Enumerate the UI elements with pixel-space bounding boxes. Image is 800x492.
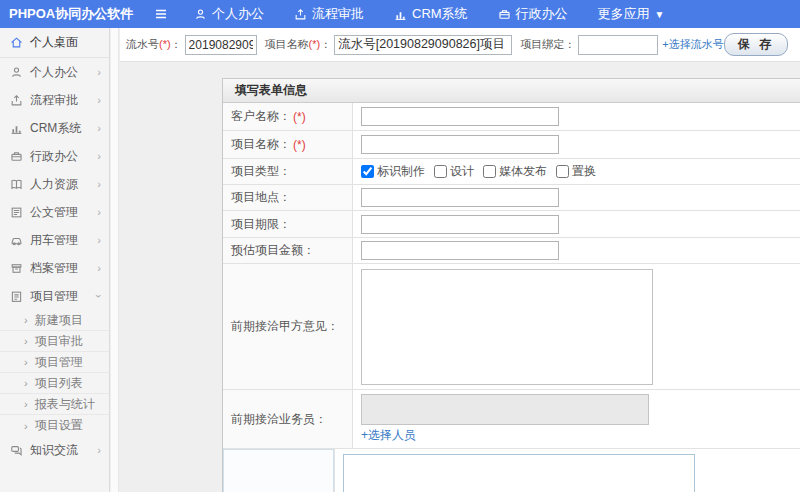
project-location-input[interactable] xyxy=(361,188,559,207)
sidebar-item-admin-office[interactable]: 行政办公 › xyxy=(0,142,109,170)
project-bind-input[interactable] xyxy=(578,35,658,55)
project-name-label: 项目名称(*)： xyxy=(265,37,332,52)
estimated-amount-label: 预估项目金额： xyxy=(223,238,353,263)
nav-label: 流程审批 xyxy=(312,5,364,23)
checkbox-label: 设计 xyxy=(450,163,474,180)
salesman-label: 前期接洽业务员： xyxy=(223,390,353,448)
sidebar-item-document-management[interactable]: 公文管理 › xyxy=(0,198,109,226)
sidebar-subitem-project-list[interactable]: › 项目列表 xyxy=(0,373,109,394)
sidebar-subitem-project-approval[interactable]: › 项目审批 xyxy=(0,331,109,352)
upload-icon xyxy=(10,94,23,107)
project-duration-input[interactable] xyxy=(361,215,559,234)
briefcase-icon xyxy=(498,8,511,21)
chevron-right-icon: › xyxy=(97,94,101,106)
form-row-project-name: 项目名称：(*) xyxy=(223,131,800,159)
partial-row-label-cell xyxy=(223,449,335,492)
project-bind-label: 项目绑定： xyxy=(520,37,575,52)
sidebar-item-crm-system[interactable]: CRM系统 › xyxy=(0,114,109,142)
sidebar-scrollbar[interactable] xyxy=(111,28,119,492)
project-submenu: › 新建项目 › 项目审批 › 项目管理 › 项目列表 › 报表与统计 › 项目… xyxy=(0,310,109,436)
sidebar-item-label: 档案管理 xyxy=(30,260,97,277)
nav-personal-office[interactable]: 个人办公 xyxy=(194,5,264,23)
chevron-right-icon: › xyxy=(97,66,101,78)
sidebar-subitem-reports-statistics[interactable]: › 报表与统计 xyxy=(0,394,109,415)
sidebar-item-label: 行政办公 xyxy=(30,148,97,165)
checkbox-design[interactable] xyxy=(434,165,447,178)
subitem-label: 项目设置 xyxy=(35,417,83,434)
sidebar-subitem-project-settings[interactable]: › 项目设置 xyxy=(0,415,109,436)
serial-number-label: 流水号(*)： xyxy=(126,37,182,52)
form-panel: 填写表单信息 客户名称：(*) 项目名称：(*) 项目类型： 标识制作 设计 媒… xyxy=(222,78,800,492)
sidebar-item-label: 公文管理 xyxy=(30,204,97,221)
bar-chart-icon xyxy=(10,122,23,135)
chevron-right-icon: › xyxy=(97,262,101,274)
car-icon xyxy=(10,234,23,247)
sidebar-item-human-resources[interactable]: 人力资源 › xyxy=(0,170,109,198)
home-icon xyxy=(10,36,23,49)
sidebar-item-personal-office[interactable]: 个人办公 › xyxy=(0,58,109,86)
sidebar-item-knowledge-exchange[interactable]: 知识交流 › xyxy=(0,436,109,464)
sidebar-item-label: 个人办公 xyxy=(30,64,97,81)
sidebar-item-vehicle-management[interactable]: 用车管理 › xyxy=(0,226,109,254)
chat-icon xyxy=(10,444,23,457)
nav-more-apps[interactable]: 更多应用 ▼ xyxy=(598,5,665,23)
project-type-label: 项目类型： xyxy=(223,159,353,184)
caret-down-icon: ▼ xyxy=(655,9,665,20)
briefcase-icon xyxy=(10,150,23,163)
form-row-salesman: 前期接洽业务员： +选择人员 xyxy=(223,390,800,449)
save-button[interactable]: 保 存 xyxy=(724,33,788,56)
chevron-right-icon: › xyxy=(97,444,101,456)
sidebar-subitem-project-management[interactable]: › 项目管理 xyxy=(0,352,109,373)
upload-icon xyxy=(294,8,307,21)
bar-chart-icon xyxy=(394,8,407,21)
project-name-input[interactable] xyxy=(334,35,512,55)
subitem-label: 项目管理 xyxy=(35,354,83,371)
chevron-right-icon: › xyxy=(24,356,28,368)
archive-icon xyxy=(10,262,23,275)
clipboard-icon xyxy=(10,290,23,303)
subitem-label: 项目列表 xyxy=(35,375,83,392)
form-row-project-duration: 项目期限： xyxy=(223,211,800,238)
salesman-textarea[interactable] xyxy=(361,394,649,425)
nav-label: 更多应用 xyxy=(598,5,650,23)
nav-admin-office[interactable]: 行政办公 xyxy=(498,5,568,23)
checkbox-label: 置换 xyxy=(572,163,596,180)
partial-row-textarea[interactable] xyxy=(343,454,695,492)
subitem-label: 项目审批 xyxy=(35,333,83,350)
party-opinion-textarea[interactable] xyxy=(361,269,653,385)
project-name-field-input[interactable] xyxy=(361,135,559,154)
subitem-label: 报表与统计 xyxy=(35,396,95,413)
sidebar-item-personal-desktop[interactable]: 个人桌面 xyxy=(0,28,109,58)
sidebar-item-workflow-approval[interactable]: 流程审批 › xyxy=(0,86,109,114)
chevron-right-icon: › xyxy=(24,335,28,347)
hamburger-menu-icon[interactable] xyxy=(154,8,168,20)
form-row-project-location: 项目地点： xyxy=(223,185,800,211)
nav-label: CRM系统 xyxy=(412,5,468,23)
nav-crm-system[interactable]: CRM系统 xyxy=(394,5,468,23)
sidebar-item-project-management[interactable]: 项目管理 › xyxy=(0,282,109,310)
nav-workflow-approval[interactable]: 流程审批 xyxy=(294,5,364,23)
form-row-customer-name: 客户名称：(*) xyxy=(223,103,800,131)
estimated-amount-input[interactable] xyxy=(361,241,559,260)
sidebar-subitem-new-project[interactable]: › 新建项目 xyxy=(0,310,109,331)
sidebar: 个人桌面 个人办公 › 流程审批 › CRM系统 › 行政办公 › 人力资源 ›… xyxy=(0,28,110,492)
checkbox-replacement[interactable] xyxy=(556,165,569,178)
form-section-title: 填写表单信息 xyxy=(223,79,800,103)
pick-serial-link[interactable]: +选择流水号 xyxy=(662,37,723,52)
checkbox-label: 媒体发布 xyxy=(499,163,547,180)
chevron-right-icon: › xyxy=(24,420,28,432)
project-name-field-label: 项目名称：(*) xyxy=(223,131,353,158)
customer-name-input[interactable] xyxy=(361,107,559,126)
document-icon xyxy=(10,206,23,219)
app-logo: PHPOA协同办公软件 xyxy=(0,5,112,23)
form-row-partial xyxy=(223,449,800,492)
user-icon xyxy=(10,66,23,79)
chevron-right-icon: › xyxy=(97,122,101,134)
pick-personnel-link[interactable]: +选择人员 xyxy=(361,427,416,444)
user-icon xyxy=(194,8,207,21)
checkbox-sign-making[interactable] xyxy=(361,165,374,178)
sidebar-item-label: 项目管理 xyxy=(30,288,97,305)
sidebar-item-archive-management[interactable]: 档案管理 › xyxy=(0,254,109,282)
serial-number-input[interactable] xyxy=(185,35,257,55)
checkbox-media-release[interactable] xyxy=(483,165,496,178)
